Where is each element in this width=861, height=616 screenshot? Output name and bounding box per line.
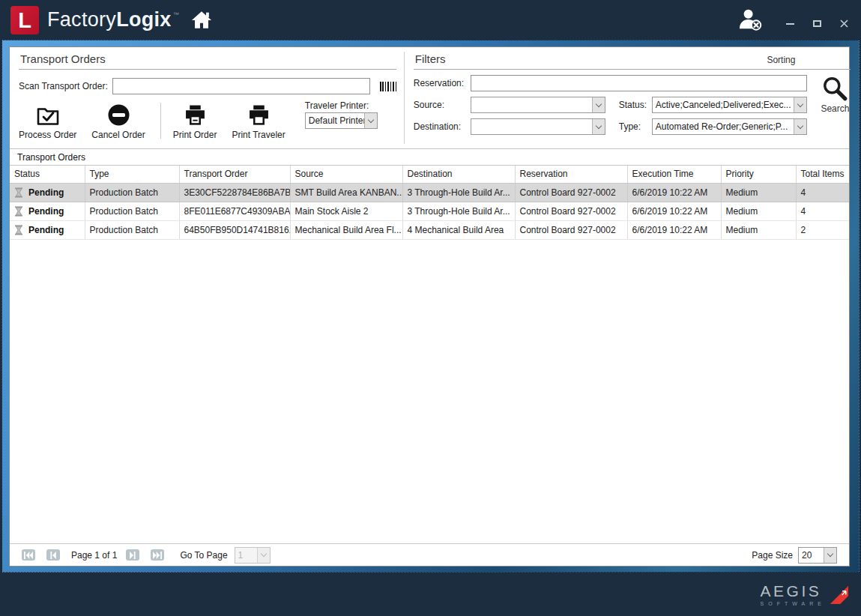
printer-icon xyxy=(248,105,270,125)
go-to-page-select[interactable]: 1 xyxy=(235,547,271,564)
go-to-page-label: Go To Page xyxy=(180,550,227,561)
table-header-row: Status Type Transport Order Source Desti… xyxy=(10,166,849,183)
cell-source: Main Stock Aisle 2 xyxy=(290,202,402,220)
cell-total-items: 2 xyxy=(796,220,849,239)
hourglass-icon xyxy=(14,206,23,217)
app-logo-letter: L xyxy=(18,10,31,31)
chevron-down-icon xyxy=(592,97,605,112)
order-toolbar: Process Order Cancel Order xyxy=(19,103,396,140)
aegis-logo: AEGIS SOFTWARE xyxy=(761,583,849,606)
search-button[interactable]: Search xyxy=(821,76,849,114)
main-content: Transport Orders Scan Transport Order: xyxy=(9,46,850,567)
status-select[interactable]: Active;Canceled;Delivered;Exec... xyxy=(652,97,808,113)
print-order-button[interactable]: Print Order xyxy=(173,103,217,140)
minimize-button[interactable] xyxy=(785,19,795,28)
first-page-icon xyxy=(23,551,34,560)
window-controls xyxy=(785,19,849,28)
first-page-button[interactable] xyxy=(22,549,35,561)
cell-source: SMT Build Area KANBAN... xyxy=(290,183,402,202)
cell-type: Production Batch xyxy=(85,220,179,239)
main-frame: Transport Orders Scan Transport Order: xyxy=(1,40,860,573)
hourglass-icon xyxy=(14,225,23,235)
reservation-label: Reservation: xyxy=(414,78,471,88)
type-label: Type: xyxy=(619,121,652,132)
cell-type: Production Batch xyxy=(85,202,179,220)
type-select[interactable]: Automated Re-Order;Generic;P... xyxy=(652,118,808,135)
chevron-down-icon xyxy=(592,119,605,134)
scan-order-input[interactable] xyxy=(112,78,370,94)
next-page-icon xyxy=(127,551,138,560)
titlebar-right xyxy=(738,8,849,31)
printer-icon xyxy=(184,105,206,125)
reservation-input[interactable] xyxy=(471,75,808,91)
home-icon xyxy=(191,10,212,29)
cell-transport-order: 64B50FB950D14741B816... xyxy=(179,220,290,239)
destination-select[interactable] xyxy=(471,118,605,135)
col-header-reservation[interactable]: Reservation xyxy=(515,166,627,183)
user-logout-icon xyxy=(738,8,763,31)
aegis-brand-text: AEGIS xyxy=(761,583,822,599)
col-header-destination[interactable]: Destination xyxy=(402,166,515,183)
traveler-printer-select[interactable]: Default Printer xyxy=(305,112,378,129)
cell-execution-time: 6/6/2019 10:22 AM xyxy=(627,202,721,220)
aegis-subtitle-text: SOFTWARE xyxy=(761,601,826,606)
scan-order-label: Scan Transport Order: xyxy=(19,81,108,91)
transport-orders-panel: Transport Orders Scan Transport Order: xyxy=(10,47,404,148)
cell-execution-time: 6/6/2019 10:22 AM xyxy=(627,183,721,202)
folder-check-icon xyxy=(36,105,60,126)
status-value: Pending xyxy=(28,225,64,235)
transport-panel-title: Transport Orders xyxy=(20,52,106,65)
sorting-link[interactable]: Sorting xyxy=(767,55,795,65)
filters-panel-title: Filters xyxy=(415,52,446,65)
table-section-tab[interactable]: Transport Orders xyxy=(10,149,849,166)
last-page-button[interactable] xyxy=(151,549,164,561)
page-size-select[interactable]: 20 xyxy=(798,547,837,564)
previous-page-button[interactable] xyxy=(46,549,60,561)
magnifier-icon xyxy=(821,76,848,103)
cancel-order-button[interactable]: Cancel Order xyxy=(91,103,145,140)
source-select[interactable] xyxy=(471,97,605,113)
next-page-button[interactable] xyxy=(126,549,139,561)
close-button[interactable] xyxy=(839,19,849,28)
page-size-label: Page Size xyxy=(752,550,793,561)
maximize-button[interactable] xyxy=(812,19,822,28)
col-header-transport-order[interactable]: Transport Order xyxy=(179,166,290,183)
print-traveler-button[interactable]: Print Traveler xyxy=(232,103,285,140)
process-order-button[interactable]: Process Order xyxy=(19,103,76,140)
traveler-printer-group: Traveler Printer: Default Printer xyxy=(305,100,378,129)
traveler-printer-label: Traveler Printer: xyxy=(305,100,378,111)
table-row[interactable]: Pending Production Batch 64B50FB950D1474… xyxy=(10,220,849,239)
filters-panel: Filters Sorting Reservation: Source: Sta… xyxy=(405,47,860,148)
cell-reservation: Control Board 927-0002 xyxy=(515,220,627,239)
col-header-total-items[interactable]: Total Items xyxy=(796,166,849,183)
titlebar: L Factory Logix ™ xyxy=(0,0,861,40)
cell-destination: 3 Through-Hole Build Ar... xyxy=(402,183,515,202)
cell-total-items: 4 xyxy=(796,183,849,202)
table-row[interactable]: Pending Production Batch 3E30CF5228784E8… xyxy=(10,183,849,202)
col-header-source[interactable]: Source xyxy=(290,166,402,183)
close-icon xyxy=(840,19,848,28)
hourglass-icon xyxy=(14,187,23,198)
app-logo: L xyxy=(10,6,39,34)
cell-type: Production Batch xyxy=(85,183,179,202)
col-header-priority[interactable]: Priority xyxy=(721,166,796,183)
cell-execution-time: 6/6/2019 10:22 AM xyxy=(627,220,721,239)
cell-reservation: Control Board 927-0002 xyxy=(515,183,627,202)
col-header-execution-time[interactable]: Execution Time xyxy=(627,166,721,183)
footer-bar: AEGIS SOFTWARE xyxy=(0,573,861,616)
col-header-type[interactable]: Type xyxy=(85,166,179,183)
table-row[interactable]: Pending Production Batch 8FE011E6877C493… xyxy=(10,202,849,220)
cell-source: Mechanical Build Area Fl... xyxy=(290,220,402,239)
col-header-status[interactable]: Status xyxy=(10,166,85,183)
aegis-arrow-icon xyxy=(828,584,849,605)
brand-logix: Logix xyxy=(116,8,172,31)
cell-total-items: 4 xyxy=(796,202,849,220)
home-button[interactable] xyxy=(191,10,212,29)
source-label: Source: xyxy=(414,100,471,110)
chevron-down-icon xyxy=(794,119,806,134)
user-logout-button[interactable] xyxy=(738,8,763,31)
trademark-symbol: ™ xyxy=(173,11,179,18)
barcode-icon xyxy=(380,82,396,91)
transport-orders-table: Status Type Transport Order Source Desti… xyxy=(10,166,849,240)
chevron-down-icon xyxy=(364,113,377,128)
